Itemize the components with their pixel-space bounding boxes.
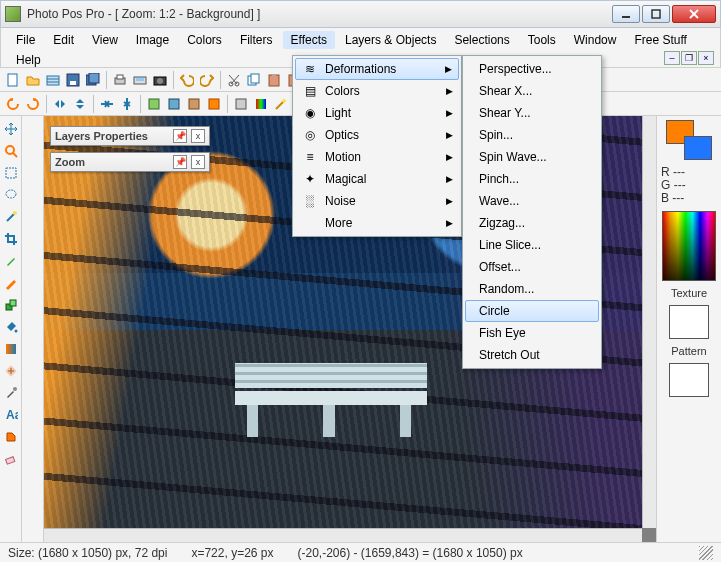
menuitem-shear-y[interactable]: Shear Y... bbox=[465, 102, 599, 124]
menuitem-stretch-out[interactable]: Stretch Out bbox=[465, 344, 599, 366]
magic-wand-tool[interactable] bbox=[2, 208, 20, 226]
window-maximize-button[interactable] bbox=[642, 5, 670, 23]
rect-select-tool[interactable] bbox=[2, 164, 20, 182]
menuitem-deformations[interactable]: ≋Deformations▶ bbox=[295, 58, 459, 80]
menuitem-noise[interactable]: ░Noise▶ bbox=[295, 190, 459, 212]
flip-v-button[interactable] bbox=[71, 95, 89, 113]
eraser-tool[interactable] bbox=[2, 450, 20, 468]
effect-c-button[interactable] bbox=[185, 95, 203, 113]
hue-button[interactable] bbox=[252, 95, 270, 113]
effect-a-button[interactable] bbox=[145, 95, 163, 113]
brush-tool[interactable] bbox=[2, 252, 20, 270]
camera-button[interactable] bbox=[151, 71, 169, 89]
menuitem-random[interactable]: Random... bbox=[465, 278, 599, 300]
menuitem-label: Spin Wave... bbox=[475, 150, 585, 164]
effect-d-button[interactable] bbox=[205, 95, 223, 113]
menu-tools[interactable]: Tools bbox=[520, 31, 564, 49]
redo-button[interactable] bbox=[198, 71, 216, 89]
vertical-scrollbar[interactable] bbox=[642, 116, 656, 528]
window-close-button[interactable] bbox=[672, 5, 716, 23]
menu-effects[interactable]: Effects bbox=[283, 31, 335, 49]
shape-tool[interactable] bbox=[2, 428, 20, 446]
mdi-close-button[interactable]: × bbox=[698, 51, 714, 65]
new-button[interactable] bbox=[4, 71, 22, 89]
mdi-minimize-button[interactable]: – bbox=[664, 51, 680, 65]
layers-properties-panel[interactable]: Layers Properties 📌 x bbox=[50, 126, 210, 146]
eyedropper-tool[interactable] bbox=[2, 384, 20, 402]
menuitem-spin[interactable]: Spin... bbox=[465, 124, 599, 146]
zoom-panel[interactable]: Zoom 📌 x bbox=[50, 152, 210, 172]
menu-image[interactable]: Image bbox=[128, 31, 177, 49]
menu-filters[interactable]: Filters bbox=[232, 31, 281, 49]
fill-tool[interactable] bbox=[2, 318, 20, 336]
clone-tool[interactable] bbox=[2, 296, 20, 314]
wand-button[interactable] bbox=[272, 95, 290, 113]
menu-file[interactable]: File bbox=[8, 31, 43, 49]
menuitem-more[interactable]: More▶ bbox=[295, 212, 459, 234]
copy-button[interactable] bbox=[245, 71, 263, 89]
pin-icon[interactable]: 📌 bbox=[173, 155, 187, 169]
rotate-cw-button[interactable] bbox=[24, 95, 42, 113]
menuitem-zigzag[interactable]: Zigzag... bbox=[465, 212, 599, 234]
menuitem-line-slice[interactable]: Line Slice... bbox=[465, 234, 599, 256]
lasso-tool[interactable] bbox=[2, 186, 20, 204]
menu-free-stuff[interactable]: Free Stuff bbox=[626, 31, 694, 49]
color-swatches[interactable] bbox=[666, 120, 712, 160]
scanner-button[interactable] bbox=[131, 71, 149, 89]
menu-layers-objects[interactable]: Layers & Objects bbox=[337, 31, 444, 49]
cut-button[interactable] bbox=[225, 71, 243, 89]
menuitem-optics[interactable]: ◎Optics▶ bbox=[295, 124, 459, 146]
menu-edit[interactable]: Edit bbox=[45, 31, 82, 49]
crop-tool[interactable] bbox=[2, 230, 20, 248]
menu-colors[interactable]: Colors bbox=[179, 31, 230, 49]
background-swatch[interactable] bbox=[684, 136, 712, 160]
hue-picker[interactable] bbox=[662, 211, 716, 281]
menuitem-circle[interactable]: Circle bbox=[465, 300, 599, 322]
pattern-well[interactable] bbox=[669, 363, 709, 397]
menuitem-light[interactable]: ◉Light▶ bbox=[295, 102, 459, 124]
zoom-tool[interactable] bbox=[2, 142, 20, 160]
texture-well[interactable] bbox=[669, 305, 709, 339]
window-minimize-button[interactable] bbox=[612, 5, 640, 23]
layers-panel-button[interactable] bbox=[44, 71, 62, 89]
menuitem-fish-eye[interactable]: Fish Eye bbox=[465, 322, 599, 344]
healing-tool[interactable] bbox=[2, 362, 20, 380]
close-icon[interactable]: x bbox=[191, 155, 205, 169]
saveall-button[interactable] bbox=[84, 71, 102, 89]
menuitem-magical[interactable]: ✦Magical▶ bbox=[295, 168, 459, 190]
close-icon[interactable]: x bbox=[191, 129, 205, 143]
menu-view[interactable]: View bbox=[84, 31, 126, 49]
paste-button[interactable] bbox=[265, 71, 283, 89]
pin-icon[interactable]: 📌 bbox=[173, 129, 187, 143]
mdi-restore-button[interactable]: ❐ bbox=[681, 51, 697, 65]
shrink-h-button[interactable] bbox=[98, 95, 116, 113]
open-button[interactable] bbox=[24, 71, 42, 89]
flip-h-button[interactable] bbox=[51, 95, 69, 113]
menuitem-motion[interactable]: ≡Motion▶ bbox=[295, 146, 459, 168]
menu-selections[interactable]: Selections bbox=[446, 31, 517, 49]
print-button[interactable] bbox=[111, 71, 129, 89]
menu-window[interactable]: Window bbox=[566, 31, 625, 49]
menuitem-shear-x[interactable]: Shear X... bbox=[465, 80, 599, 102]
svg-rect-43 bbox=[209, 99, 219, 109]
svg-rect-22 bbox=[269, 75, 279, 86]
shrink-v-button[interactable] bbox=[118, 95, 136, 113]
undo-button[interactable] bbox=[178, 71, 196, 89]
menuitem-pinch[interactable]: Pinch... bbox=[465, 168, 599, 190]
rotate-ccw-button[interactable] bbox=[4, 95, 22, 113]
resize-grip[interactable] bbox=[699, 546, 713, 560]
menuitem-wave[interactable]: Wave... bbox=[465, 190, 599, 212]
text-tool[interactable]: Aa bbox=[2, 406, 20, 424]
pencil-tool[interactable] bbox=[2, 274, 20, 292]
horizontal-scrollbar[interactable] bbox=[44, 528, 642, 542]
save-button[interactable] bbox=[64, 71, 82, 89]
move-tool[interactable] bbox=[2, 120, 20, 138]
menu-help[interactable]: Help bbox=[8, 51, 49, 69]
menuitem-colors[interactable]: ▤Colors▶ bbox=[295, 80, 459, 102]
menuitem-offset[interactable]: Offset... bbox=[465, 256, 599, 278]
gradient-tool[interactable] bbox=[2, 340, 20, 358]
effect-b-button[interactable] bbox=[165, 95, 183, 113]
crop-button[interactable] bbox=[232, 95, 250, 113]
menuitem-perspective[interactable]: Perspective... bbox=[465, 58, 599, 80]
menuitem-spin-wave[interactable]: Spin Wave... bbox=[465, 146, 599, 168]
